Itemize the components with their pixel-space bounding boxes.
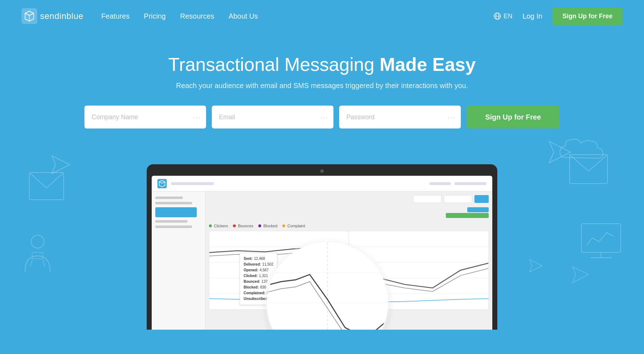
magnifier-chart	[267, 243, 387, 330]
svg-marker-19	[549, 141, 571, 163]
sidebar-item-active	[155, 207, 197, 217]
nav-pricing[interactable]: Pricing	[144, 12, 166, 20]
hero-title: Transactional Messaging Made Easy	[7, 54, 637, 75]
blocked-label: Blocked	[263, 224, 277, 228]
unsubscribed-label: Unsubscribed:	[244, 296, 269, 302]
logo[interactable]: sendinblue	[21, 8, 83, 24]
laptop-camera	[320, 169, 324, 173]
complaint-dot	[282, 224, 285, 227]
clicked-label: Clicked:	[244, 273, 258, 279]
clicked-value: 1,321	[259, 273, 268, 279]
blocked-value: 830	[260, 285, 266, 290]
email-input[interactable]	[212, 106, 333, 128]
nav-links: Features Pricing Resources About Us	[101, 12, 493, 20]
language-selector[interactable]: EN	[493, 12, 512, 20]
signup-button-nav[interactable]: Sign Up for Free	[552, 8, 623, 25]
filter-apply-btn	[474, 195, 489, 203]
screen-topbar	[152, 176, 492, 191]
email-dots: ···	[320, 113, 328, 121]
signup-form: ··· ··· ··· Sign Up for Free	[7, 106, 637, 128]
screen-sidebar	[152, 191, 205, 330]
magnifier-content	[267, 243, 387, 330]
bounces-label: Bounces	[238, 224, 253, 228]
screen-nav-right	[429, 182, 487, 185]
laptop-screen: Clickers Bounces Blocked Complaint	[152, 176, 492, 330]
logo-icon	[21, 8, 37, 24]
laptop-mockup: Clickers Bounces Blocked Complaint	[0, 164, 644, 330]
screen-nav-bar	[171, 182, 214, 185]
nav-resources[interactable]: Resources	[180, 12, 214, 20]
screen-green-bar	[446, 213, 489, 218]
delivered-label: Delivered:	[244, 262, 261, 267]
screen-nav-sm1	[429, 182, 451, 185]
legend-blocked: Blocked	[258, 224, 277, 228]
filter-box-2	[444, 195, 472, 203]
legend-bounces: Bounces	[233, 224, 253, 228]
navbar: sendinblue Features Pricing Resources Ab…	[0, 0, 644, 32]
hero-title-normal: Transactional Messaging	[168, 54, 380, 75]
language-label: EN	[503, 13, 512, 20]
company-name-wrap: ···	[84, 106, 206, 128]
clickers-label: Clickers	[214, 224, 228, 228]
sent-label: Sent:	[244, 256, 253, 262]
chart-legend: Clickers Bounces Blocked Complaint	[209, 224, 489, 228]
sidebar-item-3	[155, 220, 187, 223]
nav-right: EN Log In Sign Up for Free	[493, 8, 623, 25]
password-dots: ···	[448, 113, 456, 121]
bounced-value: 137	[262, 279, 268, 285]
screen-nav-md1	[454, 182, 487, 185]
screen-filter-area	[413, 195, 489, 203]
sidebar-item-1	[155, 197, 183, 199]
screen-blue-bar	[467, 207, 489, 212]
screen-main-content: Clickers Bounces Blocked Complaint	[205, 191, 492, 330]
legend-complaint: Complaint	[282, 224, 305, 228]
clickers-dot	[209, 224, 212, 227]
password-input[interactable]	[339, 106, 461, 128]
bounces-dot	[233, 224, 236, 227]
opened-label: Opened:	[244, 267, 258, 273]
globe-icon	[493, 12, 501, 20]
chart-area: Sent: 12,468 Delivered: 11,502 Opened: 4…	[209, 231, 489, 310]
laptop-frame: Clickers Bounces Blocked Complaint	[147, 164, 497, 330]
company-name-dots: ···	[193, 113, 201, 121]
nav-features[interactable]: Features	[101, 12, 130, 20]
login-link[interactable]: Log In	[522, 12, 542, 20]
complained-label: Complained:	[244, 290, 265, 296]
password-wrap: ···	[339, 106, 461, 128]
sidebar-item-2	[155, 202, 192, 204]
screen-body: Clickers Bounces Blocked Complaint	[152, 191, 492, 330]
legend-clickers: Clickers	[209, 224, 228, 228]
nav-about[interactable]: About Us	[229, 12, 258, 20]
filter-box-1	[413, 195, 441, 203]
hero-subtitle: Reach your audience with email and SMS m…	[7, 82, 637, 90]
sent-value: 12,468	[254, 256, 265, 262]
sidebar-item-4	[155, 226, 192, 228]
company-name-input[interactable]	[84, 106, 206, 128]
blocked-label: Blocked:	[244, 285, 259, 290]
complaint-label: Complaint	[287, 224, 305, 228]
bounced-label: Bounced:	[244, 279, 260, 285]
screen-logo-icon	[157, 179, 167, 188]
blocked-dot	[258, 224, 261, 227]
hero-title-bold: Made Easy	[380, 54, 476, 75]
email-wrap: ···	[212, 106, 333, 128]
magnifier-overlay	[267, 242, 388, 330]
signup-button-hero[interactable]: Sign Up for Free	[467, 106, 560, 128]
logo-text: sendinblue	[40, 11, 83, 21]
paper-plane-top-right	[547, 140, 572, 166]
